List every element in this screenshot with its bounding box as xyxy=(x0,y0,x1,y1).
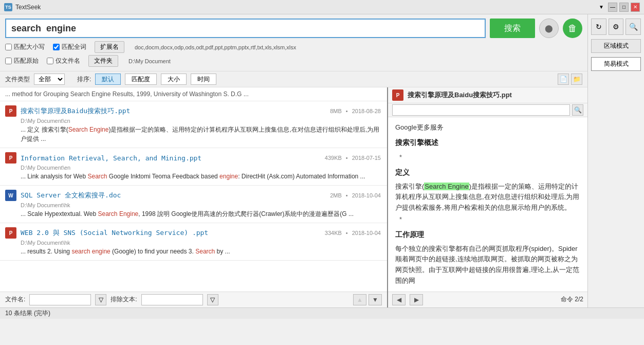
stop-button[interactable]: ⬤ xyxy=(539,19,559,38)
right-sidebar: ↻ ⚙ 🔍 区域模式 简易模式 xyxy=(587,14,644,307)
close-button[interactable]: ✕ xyxy=(631,3,640,12)
preview-search-button[interactable]: 🔍 xyxy=(572,104,583,116)
result-meta: 334KB • 2018-10-04 xyxy=(325,230,381,236)
result-path: D:\My Document\hk xyxy=(21,240,381,246)
highlight-search: search engine xyxy=(71,248,110,255)
highlight-engine: Engine xyxy=(119,210,138,217)
result-icon-ppt: P xyxy=(5,105,16,117)
filename-only-input[interactable] xyxy=(47,58,53,64)
title-dropdown-icon[interactable]: ▼ xyxy=(599,4,604,10)
new-file-icon[interactable]: 📄 xyxy=(558,74,569,85)
list-item[interactable]: P Information Retrieval, Search, and Min… xyxy=(0,148,387,186)
result-title[interactable]: SQL Server 全文检索搜寻.doc xyxy=(21,191,326,200)
search-section: 搜索 ⬤ 🗑 匹配大小写 匹配全词 xyxy=(0,14,587,71)
preview-search-input[interactable] xyxy=(392,104,570,116)
highlight-search2: Search xyxy=(195,248,215,255)
list-item[interactable]: P 搜索引擎原理及Baidu搜索技巧.ppt 8MB • 2018-08-28 … xyxy=(0,101,387,148)
filter-row: 文件类型 全部 文档 表格 演示 排序: 默认 匹配度 大小 时间 📄 📁 xyxy=(0,71,587,87)
result-path: D:\My Document\en xyxy=(21,165,381,171)
result-icon-ppt: P xyxy=(5,152,16,164)
prev-result-button[interactable]: ▲ xyxy=(353,294,366,305)
result-title[interactable]: 搜索引擎原理及Baidu搜索技巧.ppt xyxy=(21,106,326,116)
extension-value: doc,docm,docx,odp,ods,odt,pdf,ppt,pptm,p… xyxy=(135,44,296,50)
preview-principle-text: 每个独立的搜索引擎都有自己的网页抓取程序(spider)。Spider顺着网页中… xyxy=(395,244,580,286)
preview-bullet1: * xyxy=(399,151,580,163)
folder-button[interactable]: 文件夹 xyxy=(88,55,118,67)
preview-file-icon: P xyxy=(392,89,403,101)
search-button[interactable]: 搜索 xyxy=(490,19,535,38)
highlight-engine: engine xyxy=(219,173,238,180)
next-result-button[interactable]: ▼ xyxy=(369,294,382,305)
app-title: TextSeek xyxy=(15,4,599,11)
preview-panel: P 搜索引擎原理及Baidu搜索技巧.ppt 🔍 Google更多服务 搜索引擎… xyxy=(388,87,587,307)
simple-mode-button[interactable]: 简易模式 xyxy=(591,57,641,71)
sort-label: 排序: xyxy=(77,75,91,84)
sort-time-button[interactable]: 时间 xyxy=(191,74,216,85)
result-header: W SQL Server 全文检索搜寻.doc 2MB • 2018-10-04 xyxy=(5,190,381,201)
sort-size-button[interactable]: 大小 xyxy=(161,74,187,85)
preview-toolbar: P 搜索引擎原理及Baidu搜索技巧.ppt xyxy=(388,87,587,103)
result-header: P WEB 2.0 與 SNS (Social Networking Servi… xyxy=(5,227,381,239)
search-tool-button[interactable]: 🔍 xyxy=(625,19,641,35)
folder-value: D:\My Document xyxy=(128,58,171,64)
status-bar: 10 条结果 (完毕) xyxy=(0,307,644,319)
open-folder-icon[interactable]: 📁 xyxy=(571,74,582,85)
result-snippet: ... 定义 搜索引擎(Search Engine)是指根据一定的策略、运用特定… xyxy=(21,125,381,143)
preview-definition-text: 搜索引擎(Search Engine)是指根据一定的策略、运用特定的计算机程序从… xyxy=(395,181,580,213)
results-bottom-bar: 文件名: ▽ 排除文本: ▽ ▲ ▼ xyxy=(0,292,387,307)
preview-section-title: 搜索引擎概述 xyxy=(395,136,580,149)
results-list: ... method for Grouping Search Engine Re… xyxy=(0,87,387,292)
filetype-select[interactable]: 全部 文档 表格 演示 xyxy=(34,74,65,85)
clear-button[interactable]: 🗑 xyxy=(563,19,582,38)
result-header: P 搜索引擎原理及Baidu搜索技巧.ppt 8MB • 2018-08-28 xyxy=(5,105,381,117)
result-path: D:\My Document\hk xyxy=(21,202,381,208)
filter-exclude-icon[interactable]: ▽ xyxy=(207,294,218,305)
match-original-checkbox[interactable]: 匹配原始 xyxy=(5,57,39,65)
result-snippet: ... Scale Hypextextual. Web Search Engin… xyxy=(21,209,381,219)
prev-page-button[interactable]: ◀ xyxy=(392,294,406,305)
preview-bottom-bar: ◀ ▶ 命令 2/2 xyxy=(388,292,587,307)
extension-button[interactable]: 扩展名 xyxy=(95,41,124,53)
result-snippet: ... results 2. Using search engine (Goog… xyxy=(21,247,381,256)
exclude-label: 排除文本: xyxy=(111,295,137,304)
page-info: 命令 2/2 xyxy=(561,295,583,304)
result-meta: 2MB • 2018-10-04 xyxy=(330,192,381,198)
minimize-button[interactable]: — xyxy=(608,3,617,12)
result-meta: 8MB • 2018-08-28 xyxy=(330,108,381,114)
list-item[interactable]: W SQL Server 全文检索搜寻.doc 2MB • 2018-10-04… xyxy=(0,186,387,223)
title-bar: TS TextSeek ▼ — □ ✕ xyxy=(0,0,644,14)
content-area: ... method for Grouping Search Engine Re… xyxy=(0,87,587,307)
match-original-input[interactable] xyxy=(5,58,12,64)
match-case-checkbox[interactable]: 匹配大小写 xyxy=(5,43,45,51)
maximize-button[interactable]: □ xyxy=(619,3,629,12)
settings-button[interactable]: ⚙ xyxy=(609,19,624,35)
status-text: 10 条结果 (完毕) xyxy=(5,309,50,318)
highlight-search: Search xyxy=(98,210,118,217)
result-path: D:\My Document\cn xyxy=(21,118,381,124)
filter-filename-icon[interactable]: ▽ xyxy=(95,294,106,305)
filename-input[interactable] xyxy=(29,294,91,305)
match-whole-checkbox[interactable]: 匹配全词 xyxy=(53,43,86,51)
refresh-button[interactable]: ↻ xyxy=(591,19,606,35)
filename-label: 文件名: xyxy=(5,295,25,304)
sort-default-button[interactable]: 默认 xyxy=(95,74,121,85)
window-controls: — □ ✕ xyxy=(608,3,640,12)
match-whole-input[interactable] xyxy=(53,44,60,50)
preview-google-text: Google更多服务 xyxy=(395,122,580,133)
trash-icon: 🗑 xyxy=(568,23,577,34)
result-title[interactable]: Information Retrieval, Search, and Minin… xyxy=(21,154,321,162)
preview-section-definition: 定义 xyxy=(395,166,580,179)
result-icon-doc: W xyxy=(5,190,16,201)
exclude-input[interactable] xyxy=(141,294,203,305)
search-input[interactable] xyxy=(5,19,486,38)
filename-only-checkbox[interactable]: 仅文件名 xyxy=(47,57,80,65)
sort-match-button[interactable]: 匹配度 xyxy=(125,74,157,85)
list-item[interactable]: P WEB 2.0 與 SNS (Social Networking Servi… xyxy=(0,223,387,261)
results-panel: ... method for Grouping Search Engine Re… xyxy=(0,87,388,307)
result-title[interactable]: WEB 2.0 與 SNS (Social Networking Service… xyxy=(21,228,321,238)
next-page-button[interactable]: ▶ xyxy=(410,294,423,305)
highlight-search: Search xyxy=(88,173,107,180)
match-case-input[interactable] xyxy=(5,44,12,50)
region-mode-button[interactable]: 区域模式 xyxy=(591,39,641,53)
result-header: P Information Retrieval, Search, and Min… xyxy=(5,152,381,164)
